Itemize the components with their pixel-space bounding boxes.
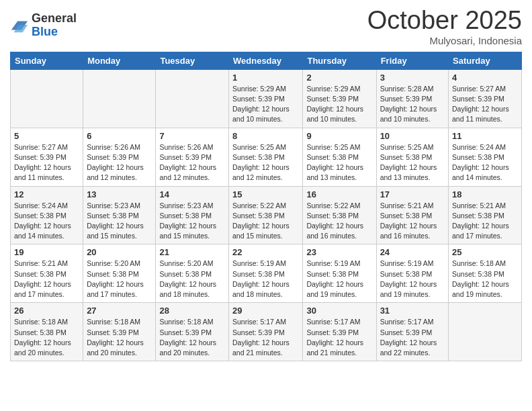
calendar-week-2: 5Sunrise: 5:27 AMSunset: 5:39 PMDaylight… (11, 128, 522, 186)
day-info: Sunrise: 5:22 AMSunset: 5:38 PMDaylight:… (306, 201, 372, 242)
day-info: Sunrise: 5:19 AMSunset: 5:38 PMDaylight:… (306, 259, 372, 300)
day-number: 15 (232, 189, 299, 199)
day-number: 2 (306, 73, 372, 83)
day-number: 31 (380, 306, 445, 316)
calendar-cell: 29Sunrise: 5:17 AMSunset: 5:39 PMDayligh… (229, 303, 303, 361)
calendar-cell: 15Sunrise: 5:22 AMSunset: 5:38 PMDayligh… (229, 186, 303, 244)
day-info: Sunrise: 5:29 AMSunset: 5:39 PMDaylight:… (232, 84, 299, 125)
calendar-cell: 8Sunrise: 5:25 AMSunset: 5:38 PMDaylight… (229, 128, 303, 186)
day-number: 23 (306, 247, 372, 257)
calendar-cell: 9Sunrise: 5:25 AMSunset: 5:38 PMDaylight… (303, 128, 376, 186)
weekday-header-monday: Monday (83, 52, 156, 69)
day-number: 29 (232, 306, 299, 316)
calendar-cell: 12Sunrise: 5:24 AMSunset: 5:38 PMDayligh… (11, 186, 83, 244)
day-info: Sunrise: 5:24 AMSunset: 5:38 PMDaylight:… (452, 142, 518, 183)
day-number: 25 (452, 247, 518, 257)
calendar-header-row: SundayMondayTuesdayWednesdayThursdayFrid… (11, 52, 522, 69)
weekday-header-friday: Friday (376, 52, 448, 69)
day-info: Sunrise: 5:25 AMSunset: 5:38 PMDaylight:… (380, 142, 445, 183)
calendar-cell: 31Sunrise: 5:17 AMSunset: 5:39 PMDayligh… (376, 303, 448, 361)
day-info: Sunrise: 5:21 AMSunset: 5:38 PMDaylight:… (14, 259, 79, 300)
calendar-cell: 18Sunrise: 5:21 AMSunset: 5:38 PMDayligh… (449, 186, 522, 244)
calendar-cell: 19Sunrise: 5:21 AMSunset: 5:38 PMDayligh… (11, 244, 83, 303)
day-number: 22 (232, 247, 299, 257)
title-block: October 2025 Mulyosari, Indonesia (367, 7, 522, 46)
day-number: 21 (159, 247, 225, 257)
day-number: 14 (159, 189, 225, 199)
calendar-cell: 14Sunrise: 5:23 AMSunset: 5:38 PMDayligh… (156, 186, 229, 244)
calendar-cell: 4Sunrise: 5:27 AMSunset: 5:39 PMDaylight… (449, 69, 522, 128)
weekday-header-thursday: Thursday (303, 52, 376, 69)
weekday-header-sunday: Sunday (11, 52, 83, 69)
calendar-cell: 25Sunrise: 5:18 AMSunset: 5:38 PMDayligh… (449, 244, 522, 303)
day-number: 5 (14, 131, 79, 141)
logo-general-text: General (32, 12, 77, 26)
calendar-cell: 22Sunrise: 5:19 AMSunset: 5:38 PMDayligh… (229, 244, 303, 303)
day-number: 26 (14, 306, 79, 316)
day-info: Sunrise: 5:26 AMSunset: 5:39 PMDaylight:… (159, 142, 225, 183)
logo-blue-text: Blue (32, 26, 77, 39)
day-number: 17 (380, 189, 445, 199)
day-info: Sunrise: 5:26 AMSunset: 5:39 PMDaylight:… (87, 142, 152, 183)
day-number: 30 (306, 306, 372, 316)
calendar-cell: 24Sunrise: 5:19 AMSunset: 5:38 PMDayligh… (376, 244, 448, 303)
calendar-week-1: 1Sunrise: 5:29 AMSunset: 5:39 PMDaylight… (11, 69, 522, 128)
weekday-header-wednesday: Wednesday (229, 52, 303, 69)
calendar-cell (11, 69, 83, 128)
day-number: 1 (232, 73, 299, 83)
calendar-table: SundayMondayTuesdayWednesdayThursdayFrid… (10, 52, 522, 361)
day-info: Sunrise: 5:23 AMSunset: 5:38 PMDaylight:… (159, 201, 225, 242)
day-info: Sunrise: 5:19 AMSunset: 5:38 PMDaylight:… (380, 259, 445, 300)
location-subtitle: Mulyosari, Indonesia (367, 35, 522, 46)
calendar-cell: 26Sunrise: 5:18 AMSunset: 5:38 PMDayligh… (11, 303, 83, 361)
calendar-cell: 21Sunrise: 5:20 AMSunset: 5:38 PMDayligh… (156, 244, 229, 303)
day-number: 13 (87, 189, 152, 199)
logo: General Blue (10, 12, 77, 39)
calendar-cell: 30Sunrise: 5:17 AMSunset: 5:39 PMDayligh… (303, 303, 376, 361)
calendar-cell (83, 69, 156, 128)
calendar-cell: 2Sunrise: 5:29 AMSunset: 5:39 PMDaylight… (303, 69, 376, 128)
calendar-cell (156, 69, 229, 128)
day-info: Sunrise: 5:28 AMSunset: 5:39 PMDaylight:… (380, 84, 445, 125)
calendar-week-5: 26Sunrise: 5:18 AMSunset: 5:38 PMDayligh… (11, 303, 522, 361)
calendar-cell: 10Sunrise: 5:25 AMSunset: 5:38 PMDayligh… (376, 128, 448, 186)
day-info: Sunrise: 5:17 AMSunset: 5:39 PMDaylight:… (306, 317, 372, 358)
weekday-header-saturday: Saturday (449, 52, 522, 69)
logo-text: General Blue (32, 12, 77, 39)
calendar-cell: 6Sunrise: 5:26 AMSunset: 5:39 PMDaylight… (83, 128, 156, 186)
day-number: 8 (232, 131, 299, 141)
day-info: Sunrise: 5:27 AMSunset: 5:39 PMDaylight:… (452, 84, 518, 125)
calendar-cell (449, 303, 522, 361)
day-number: 7 (159, 131, 225, 141)
day-number: 3 (380, 73, 445, 83)
day-info: Sunrise: 5:27 AMSunset: 5:39 PMDaylight:… (14, 142, 79, 183)
calendar-cell: 28Sunrise: 5:18 AMSunset: 5:39 PMDayligh… (156, 303, 229, 361)
day-info: Sunrise: 5:18 AMSunset: 5:38 PMDaylight:… (452, 259, 518, 300)
day-info: Sunrise: 5:29 AMSunset: 5:39 PMDaylight:… (306, 84, 372, 125)
calendar-cell: 16Sunrise: 5:22 AMSunset: 5:38 PMDayligh… (303, 186, 376, 244)
day-number: 24 (380, 247, 445, 257)
day-info: Sunrise: 5:17 AMSunset: 5:39 PMDaylight:… (232, 317, 299, 358)
day-info: Sunrise: 5:23 AMSunset: 5:38 PMDaylight:… (87, 201, 152, 242)
calendar-cell: 11Sunrise: 5:24 AMSunset: 5:38 PMDayligh… (449, 128, 522, 186)
page-header: General Blue October 2025 Mulyosari, Ind… (10, 7, 522, 46)
calendar-cell: 23Sunrise: 5:19 AMSunset: 5:38 PMDayligh… (303, 244, 376, 303)
day-info: Sunrise: 5:24 AMSunset: 5:38 PMDaylight:… (14, 201, 79, 242)
day-number: 27 (87, 306, 152, 316)
day-number: 20 (87, 247, 152, 257)
day-info: Sunrise: 5:18 AMSunset: 5:38 PMDaylight:… (14, 317, 79, 358)
day-info: Sunrise: 5:20 AMSunset: 5:38 PMDaylight:… (87, 259, 152, 300)
calendar-cell: 7Sunrise: 5:26 AMSunset: 5:39 PMDaylight… (156, 128, 229, 186)
day-number: 28 (159, 306, 225, 316)
calendar-cell: 17Sunrise: 5:21 AMSunset: 5:38 PMDayligh… (376, 186, 448, 244)
calendar-week-3: 12Sunrise: 5:24 AMSunset: 5:38 PMDayligh… (11, 186, 522, 244)
day-info: Sunrise: 5:18 AMSunset: 5:39 PMDaylight:… (159, 317, 225, 358)
calendar-week-4: 19Sunrise: 5:21 AMSunset: 5:38 PMDayligh… (11, 244, 522, 303)
day-number: 18 (452, 189, 518, 199)
logo-icon (10, 16, 29, 35)
day-number: 9 (306, 131, 372, 141)
day-info: Sunrise: 5:17 AMSunset: 5:39 PMDaylight:… (380, 317, 445, 358)
day-info: Sunrise: 5:22 AMSunset: 5:38 PMDaylight:… (232, 201, 299, 242)
calendar-cell: 13Sunrise: 5:23 AMSunset: 5:38 PMDayligh… (83, 186, 156, 244)
weekday-header-tuesday: Tuesday (156, 52, 229, 69)
